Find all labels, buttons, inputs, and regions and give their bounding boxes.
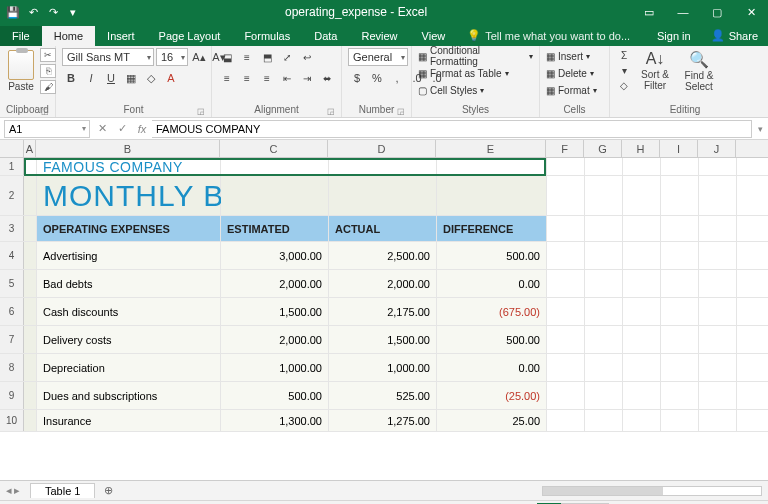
align-top-icon[interactable]: ⬓ <box>218 48 236 66</box>
paste-button[interactable]: Paste <box>6 48 36 94</box>
cell[interactable]: Cash discounts <box>37 298 221 325</box>
cell[interactable] <box>623 242 661 269</box>
cell[interactable] <box>24 242 37 269</box>
indent-increase-icon[interactable]: ⇥ <box>298 69 316 87</box>
cell[interactable] <box>547 158 585 175</box>
cell[interactable] <box>585 326 623 353</box>
fill-color-button[interactable]: ◇ <box>142 69 160 87</box>
align-left-icon[interactable]: ≡ <box>218 69 236 87</box>
cell[interactable] <box>547 176 585 215</box>
cell[interactable]: 2,000.00 <box>329 270 437 297</box>
cell[interactable]: 1,000.00 <box>329 354 437 381</box>
cell[interactable] <box>547 216 585 241</box>
row-header[interactable]: 1 <box>0 158 24 175</box>
sort-filter-button[interactable]: A↓ Sort & Filter <box>636 48 674 91</box>
merge-center-icon[interactable]: ⬌ <box>318 69 336 87</box>
qat-customize-icon[interactable]: ▾ <box>66 5 80 19</box>
cell[interactable]: 1,000.00 <box>221 354 329 381</box>
cut-icon[interactable]: ✂ <box>40 48 56 62</box>
fill-icon[interactable]: ▾ <box>616 63 632 77</box>
italic-button[interactable]: I <box>82 69 100 87</box>
align-right-icon[interactable]: ≡ <box>258 69 276 87</box>
cell[interactable] <box>221 158 329 175</box>
cell[interactable] <box>547 354 585 381</box>
col-header[interactable]: B <box>36 140 220 157</box>
col-header[interactable]: I <box>660 140 698 157</box>
col-header[interactable]: J <box>698 140 736 157</box>
cell[interactable] <box>661 176 699 215</box>
cell[interactable]: Depreciation <box>37 354 221 381</box>
align-bottom-icon[interactable]: ⬒ <box>258 48 276 66</box>
cell[interactable]: (25.00) <box>437 382 547 409</box>
cell[interactable]: ESTIMATED <box>221 216 329 241</box>
row-header[interactable]: 2 <box>0 176 24 215</box>
cell[interactable]: 2,500.00 <box>329 242 437 269</box>
col-header[interactable]: C <box>220 140 328 157</box>
cell[interactable] <box>547 298 585 325</box>
tab-home[interactable]: Home <box>42 26 95 46</box>
cell[interactable]: 1,275.00 <box>329 410 437 431</box>
align-center-icon[interactable]: ≡ <box>238 69 256 87</box>
autosum-icon[interactable]: Σ <box>616 48 632 62</box>
fx-icon[interactable]: fx <box>132 120 152 138</box>
cell[interactable] <box>699 242 737 269</box>
save-icon[interactable]: 💾 <box>6 5 20 19</box>
cell[interactable]: 2,000.00 <box>221 270 329 297</box>
cell[interactable] <box>585 410 623 431</box>
font-color-button[interactable]: A <box>162 69 180 87</box>
cell[interactable]: MONTHLY BUDGET <box>37 176 221 215</box>
expand-formula-icon[interactable]: ▾ <box>752 124 768 134</box>
col-header[interactable]: F <box>546 140 584 157</box>
indent-decrease-icon[interactable]: ⇤ <box>278 69 296 87</box>
col-header[interactable]: G <box>584 140 622 157</box>
font-dialog-icon[interactable]: ◲ <box>197 107 205 116</box>
sign-in[interactable]: Sign in <box>647 26 701 46</box>
cell[interactable]: 2,000.00 <box>221 326 329 353</box>
maximize-icon[interactable]: ▢ <box>700 0 734 24</box>
cell[interactable] <box>699 410 737 431</box>
bold-button[interactable]: B <box>62 69 80 87</box>
row-header[interactable]: 7 <box>0 326 24 353</box>
col-header[interactable]: D <box>328 140 436 157</box>
cell[interactable] <box>585 354 623 381</box>
sheet-nav-prev-icon[interactable]: ◂ <box>6 484 12 497</box>
font-name-select[interactable]: Gill Sans MT <box>62 48 154 66</box>
cell[interactable]: Bad debts <box>37 270 221 297</box>
cell[interactable] <box>24 382 37 409</box>
row-header[interactable]: 8 <box>0 354 24 381</box>
cell[interactable]: FAMOUS COMPANY <box>37 158 221 175</box>
select-all-corner[interactable] <box>0 140 24 157</box>
underline-button[interactable]: U <box>102 69 120 87</box>
cell[interactable]: 0.00 <box>437 354 547 381</box>
cell[interactable] <box>623 354 661 381</box>
cell[interactable] <box>623 158 661 175</box>
row-header[interactable]: 10 <box>0 410 24 431</box>
cell[interactable] <box>585 270 623 297</box>
row-header[interactable]: 4 <box>0 242 24 269</box>
copy-icon[interactable]: ⎘ <box>40 64 56 78</box>
alignment-dialog-icon[interactable]: ◲ <box>327 107 335 116</box>
redo-icon[interactable]: ↷ <box>46 5 60 19</box>
row-header[interactable]: 9 <box>0 382 24 409</box>
conditional-formatting-button[interactable]: ▦Conditional Formatting▾ <box>418 48 533 64</box>
tab-view[interactable]: View <box>410 26 458 46</box>
undo-icon[interactable]: ↶ <box>26 5 40 19</box>
tab-data[interactable]: Data <box>302 26 349 46</box>
cell[interactable] <box>661 382 699 409</box>
share-button[interactable]: 👤Share <box>701 25 768 46</box>
cell[interactable] <box>699 354 737 381</box>
cell[interactable] <box>661 216 699 241</box>
cell[interactable] <box>699 158 737 175</box>
cell[interactable] <box>24 410 37 431</box>
find-select-button[interactable]: 🔍 Find & Select <box>678 48 720 92</box>
cell[interactable] <box>699 216 737 241</box>
cell[interactable] <box>623 270 661 297</box>
align-middle-icon[interactable]: ≡ <box>238 48 256 66</box>
cell[interactable] <box>623 216 661 241</box>
col-header[interactable]: E <box>436 140 546 157</box>
delete-cells-button[interactable]: ▦Delete▾ <box>546 65 597 81</box>
cell[interactable] <box>585 382 623 409</box>
cell[interactable] <box>699 326 737 353</box>
grow-font-icon[interactable]: A▴ <box>190 48 208 66</box>
cell[interactable] <box>661 354 699 381</box>
